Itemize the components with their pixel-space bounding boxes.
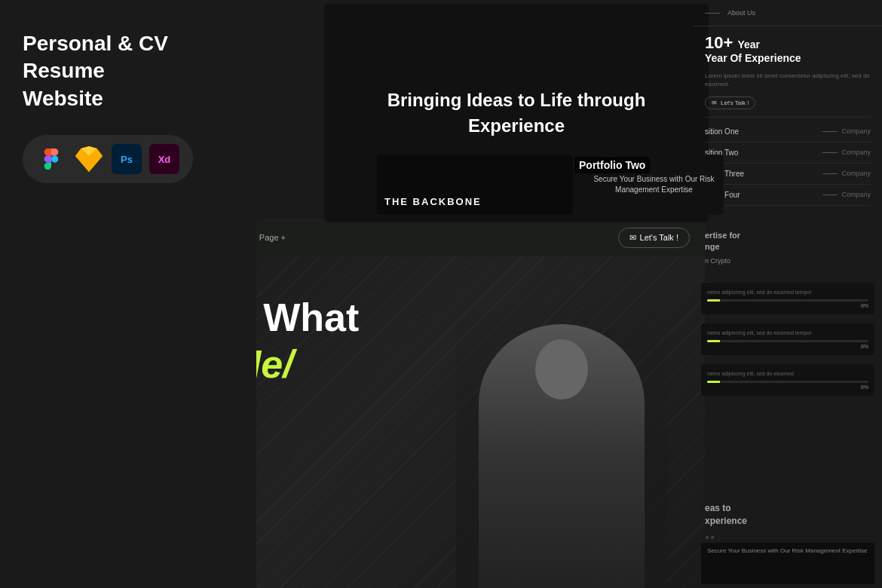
position-1-company: Company — [822, 127, 871, 135]
skill-1-name: nemo adipiscing elit, sed do eiusmod tem… — [707, 289, 868, 296]
crypto-label: n Crypto — [705, 257, 871, 265]
experience-label: Year Of Experience — [705, 52, 871, 64]
position-3-company: Company — [822, 170, 871, 177]
tool-icons-container: Ps Xd — [23, 135, 193, 183]
nav-cta-button[interactable]: ✉ Let's Talk ! — [618, 228, 690, 248]
small-preview-text: Secure Your Business with Our Risk Manag… — [707, 547, 868, 555]
exp-item-2: sition Two Company — [705, 142, 871, 164]
skill-item-1: nemo adipiscing elit, sed do eiusmod tem… — [701, 283, 874, 314]
line-icon — [822, 194, 838, 195]
line-icon — [822, 152, 838, 153]
experience-years: 10+ Year — [705, 34, 871, 52]
envelope-small-icon: ✉ — [712, 100, 717, 106]
skill-2-bar-fill — [707, 340, 720, 342]
about-bar: About Us — [694, 0, 882, 26]
skill-item-2: nemo adipiscing elit, sed do eiusmod tem… — [701, 323, 874, 355]
ps-icon: Ps — [112, 144, 142, 174]
product-title: Personal & CV Resume Website — [23, 30, 234, 112]
skill-1-bar-fill — [707, 299, 720, 302]
skill-2-bar-bg — [707, 340, 868, 342]
divider — [705, 117, 871, 118]
envelope-icon: ✉ — [629, 233, 636, 243]
skill-1-percent: 8% — [707, 303, 868, 308]
exp-item-1: sition One Company — [705, 121, 871, 142]
skills-section: nemo adipiscing elit, sed do eiusmod tem… — [694, 279, 882, 409]
exp-item-4: sition Four Company — [705, 185, 871, 206]
small-portfolio-preview: Secure Your Business with Our Risk Manag… — [701, 531, 874, 584]
experience-label1: Year — [737, 38, 760, 51]
backbone-text: THE BACKBONE — [384, 196, 482, 207]
about-label: About Us — [727, 9, 755, 17]
position-4-company: Company — [822, 191, 871, 198]
skill-3-bar-fill — [707, 381, 720, 383]
skill-3-bar-bg — [707, 381, 868, 383]
hero-person-image — [456, 302, 667, 588]
skill-1-bar-bg — [707, 299, 868, 302]
experience-stat: 10+ Year Year Of Experience — [694, 26, 882, 72]
exp-item-3: sition Three Company — [705, 164, 871, 185]
sketch-icon — [74, 144, 104, 174]
nav-page: Page + — [259, 233, 286, 242]
skill-3-name: nemo adipiscing elit, sed do eiusmod — [707, 370, 868, 377]
lets-talk-button[interactable]: ✉ Let's Talk ! — [705, 96, 755, 109]
dash-icon — [705, 13, 720, 14]
line-icon — [822, 173, 838, 174]
position-2-company: Company — [822, 149, 871, 156]
figma-icon — [36, 144, 66, 174]
bottom-right-text: eas to xperience — [705, 502, 871, 528]
line-icon — [822, 131, 838, 132]
skill-item-3: nemo adipiscing elit, sed do eiusmod 8% — [701, 364, 874, 396]
right-content-layers: About Us 10+ Year Year Of Experience Lor… — [694, 0, 882, 588]
person-head — [535, 339, 588, 400]
center-headline: Bringing Ideas to Life through Experienc… — [347, 87, 686, 138]
backbone-card: THE BACKBONE — [377, 155, 573, 215]
experience-description: Lorem ipsum dolor sit amet consectetur a… — [694, 72, 882, 88]
skill-3-percent: 8% — [707, 384, 868, 390]
expertise-heading: ertise for nge — [705, 230, 871, 253]
bottom-right-heading: eas to xperience — [705, 502, 871, 528]
left-panel: Personal & CV Resume Website — [0, 0, 256, 588]
xd-icon: Xd — [149, 144, 179, 174]
position-1-title: sition One — [705, 127, 739, 136]
mid-right-expertise: ertise for nge n Crypto — [705, 230, 871, 268]
portfolio-two-badge: Portfolio Two — [574, 157, 650, 173]
person-silhouette — [479, 324, 645, 588]
skill-2-percent: 8% — [707, 344, 868, 349]
skill-2-name: nemo adipiscing elit, sed do eiusmod tem… — [707, 329, 868, 336]
